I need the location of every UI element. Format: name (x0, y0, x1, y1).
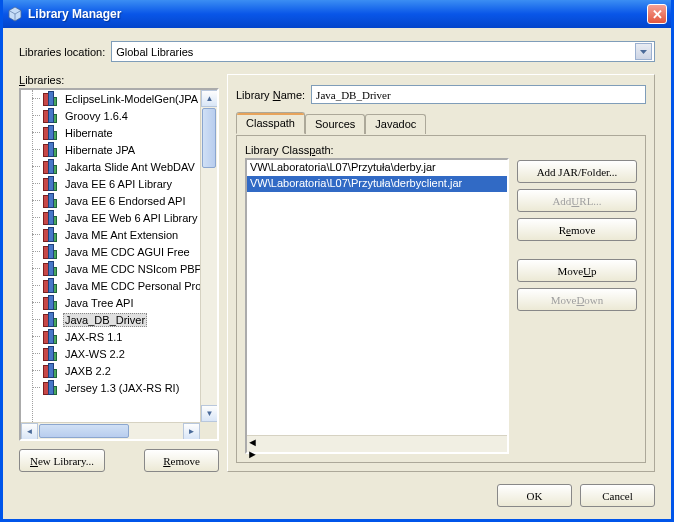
tab-classpath[interactable]: Classpath (236, 112, 305, 134)
library-icon (43, 245, 59, 259)
horizontal-scrollbar[interactable]: ◄ ► (21, 422, 200, 439)
chevron-down-icon (640, 50, 647, 54)
scroll-thumb[interactable] (202, 108, 216, 168)
window-title: Library Manager (28, 7, 647, 21)
library-item[interactable]: EclipseLink-ModelGen(JPA (21, 90, 200, 107)
library-item[interactable]: Java EE 6 Endorsed API (21, 192, 200, 209)
scroll-thumb[interactable] (39, 424, 129, 438)
library-item-label: Java EE 6 API Library (63, 178, 174, 190)
library-item-label: Groovy 1.6.4 (63, 110, 130, 122)
new-library-button[interactable]: New Library... (19, 449, 105, 472)
library-manager-window: Library Manager ✕ Libraries location: Gl… (0, 0, 674, 522)
library-item-label: JAX-WS 2.2 (63, 348, 127, 360)
library-item[interactable]: Java EE 6 API Library (21, 175, 200, 192)
scrollbar-corner (200, 422, 217, 439)
scroll-up-button[interactable]: ▲ (201, 90, 218, 107)
library-item[interactable]: Java ME CDC Personal Profile (21, 277, 200, 294)
scroll-left-button[interactable]: ◄ (247, 436, 507, 448)
location-row: Libraries location: Global Libraries (19, 41, 655, 62)
location-select[interactable]: Global Libraries (111, 41, 655, 62)
library-item[interactable]: Java EE Web 6 API Library (21, 209, 200, 226)
libraries-tree[interactable]: EclipseLink-ModelGen(JPAGroovy 1.6.4Hibe… (19, 88, 219, 441)
add-jar-button[interactable]: Add JAR/Folder... (517, 160, 637, 183)
library-icon (43, 160, 59, 174)
titlebar: Library Manager ✕ (3, 0, 671, 28)
library-icon (43, 313, 59, 327)
library-icon (43, 296, 59, 310)
library-item[interactable]: Groovy 1.6.4 (21, 107, 200, 124)
library-item-label: Java Tree API (63, 297, 135, 309)
library-icon (43, 126, 59, 140)
detail-panel: Library Name: Classpath Sources Javadoc … (227, 74, 655, 472)
move-down-button: Move Down (517, 288, 637, 311)
library-buttons-row: New Library... Remove (19, 449, 219, 472)
libraries-label: Libraries: (19, 74, 219, 86)
library-icon (43, 143, 59, 157)
library-item[interactable]: Hibernate JPA (21, 141, 200, 158)
library-item[interactable]: Java ME CDC NSIcom PBP (21, 260, 200, 277)
library-item-label: JAX-RS 1.1 (63, 331, 124, 343)
library-item-label: Java EE Web 6 API Library (63, 212, 199, 224)
classpath-horizontal-scrollbar[interactable]: ◄ ► (247, 435, 507, 452)
library-item[interactable]: Java ME CDC AGUI Free (21, 243, 200, 260)
library-item-label: Java ME CDC NSIcom PBP (63, 263, 200, 275)
classpath-left: Library Classpath: VW\Laboratoria\L07\Pr… (245, 144, 509, 454)
scroll-right-button[interactable]: ► (183, 423, 200, 440)
library-item[interactable]: Java ME Ant Extension (21, 226, 200, 243)
tabs: Classpath Sources Javadoc (236, 114, 646, 136)
library-icon (43, 381, 59, 395)
add-url-button: Add URL... (517, 189, 637, 212)
classpath-item[interactable]: VW\Laboratoria\L07\Przytuła\derbyclient.… (247, 176, 507, 192)
ok-button[interactable]: OK (497, 484, 572, 507)
library-item[interactable]: Jersey 1.3 (JAX-RS RI) (21, 379, 200, 396)
library-name-label: Library Name: (236, 89, 305, 101)
library-item-label: JAXB 2.2 (63, 365, 113, 377)
library-name-input[interactable] (311, 85, 646, 104)
classpath-list[interactable]: VW\Laboratoria\L07\Przytuła\derby.jarVW\… (245, 158, 509, 454)
app-icon (7, 6, 23, 22)
library-icon (43, 364, 59, 378)
library-icon (43, 262, 59, 276)
close-button[interactable]: ✕ (647, 4, 667, 24)
library-item-label: Java EE 6 Endorsed API (63, 195, 187, 207)
library-item[interactable]: Java_DB_Driver (21, 311, 200, 328)
library-item[interactable]: JAXB 2.2 (21, 362, 200, 379)
content-area: Libraries location: Global Libraries Lib… (3, 28, 671, 519)
library-item-label: EclipseLink-ModelGen(JPA (63, 93, 200, 105)
remove-classpath-button[interactable]: Remove (517, 218, 637, 241)
tab-body: Library Classpath: VW\Laboratoria\L07\Pr… (236, 135, 646, 463)
scroll-down-button[interactable]: ▼ (201, 405, 218, 422)
location-value: Global Libraries (116, 46, 193, 58)
library-item-label: Hibernate (63, 127, 115, 139)
tab-sources[interactable]: Sources (305, 114, 365, 134)
scroll-left-button[interactable]: ◄ (21, 423, 38, 440)
move-up-button[interactable]: Move Up (517, 259, 637, 282)
library-item[interactable]: JAX-WS 2.2 (21, 345, 200, 362)
library-icon (43, 279, 59, 293)
library-item[interactable]: Java Tree API (21, 294, 200, 311)
classpath-buttons: Add JAR/Folder... Add URL... Remove Move… (517, 144, 637, 454)
library-icon (43, 194, 59, 208)
library-name-row: Library Name: (236, 85, 646, 104)
library-icon (43, 177, 59, 191)
library-icon (43, 330, 59, 344)
scroll-right-button[interactable]: ► (247, 448, 507, 460)
library-item-label: Java_DB_Driver (63, 313, 147, 327)
footer-buttons: OK Cancel (19, 484, 655, 507)
library-icon (43, 228, 59, 242)
library-item[interactable]: Jakarta Slide Ant WebDAV (21, 158, 200, 175)
classpath-item[interactable]: VW\Laboratoria\L07\Przytuła\derby.jar (247, 160, 507, 176)
library-item-label: Java ME CDC AGUI Free (63, 246, 192, 258)
library-icon (43, 347, 59, 361)
library-icon (43, 211, 59, 225)
library-item[interactable]: Hibernate (21, 124, 200, 141)
remove-library-button[interactable]: Remove (144, 449, 219, 472)
library-item[interactable]: JAX-RS 1.1 (21, 328, 200, 345)
library-item-label: Java ME Ant Extension (63, 229, 180, 241)
dropdown-button[interactable] (635, 43, 652, 60)
location-label: Libraries location: (19, 46, 105, 58)
libraries-panel: Libraries: EclipseLink-ModelGen(JPAGroov… (19, 74, 219, 472)
tab-javadoc[interactable]: Javadoc (365, 114, 426, 134)
cancel-button[interactable]: Cancel (580, 484, 655, 507)
vertical-scrollbar[interactable]: ▲ ▼ (200, 90, 217, 422)
